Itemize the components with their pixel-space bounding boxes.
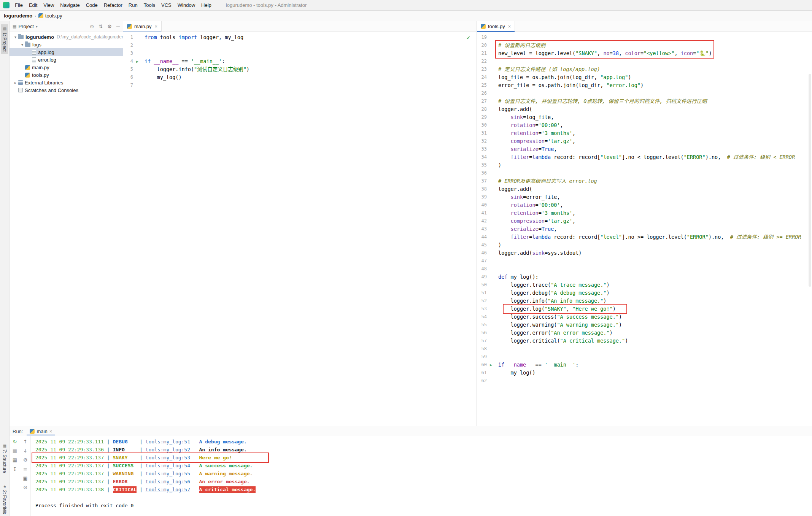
line-number[interactable]: 44	[477, 233, 487, 241]
code-line[interactable]: 52 logger.info("An info message.")	[477, 297, 812, 305]
line-number[interactable]: 26	[477, 89, 487, 97]
restore-layout-icon[interactable]: ▦	[13, 457, 17, 463]
line-number[interactable]: 24	[477, 73, 487, 81]
editor-tab-tools-py[interactable]: tools.py×	[477, 21, 515, 32]
line-number[interactable]: 6	[123, 73, 133, 81]
tool-windows-toggle-icon[interactable]: ▣	[0, 509, 9, 514]
line-number[interactable]: 21	[477, 49, 487, 57]
code-line[interactable]: 31 retention='3 months',	[477, 129, 812, 137]
line-number[interactable]: 37	[477, 177, 487, 185]
line-number[interactable]: 33	[477, 145, 487, 153]
console-link[interactable]: tools:my_log:57	[146, 487, 190, 492]
breadcrumb-item-logurudemo[interactable]: logurudemo	[4, 13, 32, 19]
code-line[interactable]: 35)	[477, 161, 812, 169]
code-line[interactable]: 62	[477, 377, 812, 385]
code-line[interactable]: 25error_file = os.path.join(log_dir, "er…	[477, 81, 812, 89]
console-output[interactable]: 2025-11-09 22:29:33.111 | DEBUG | tools:…	[31, 436, 812, 516]
code-line[interactable]: 4▶if __name__ == '__main__':	[123, 57, 477, 65]
editor-content-main-py[interactable]: 1from tools import logger, my_log234▶if …	[123, 32, 477, 426]
code-line[interactable]: 54 logger.success("A success message.")	[477, 313, 812, 321]
code-line[interactable]: 40 rotation='00:00',	[477, 201, 812, 209]
chevron-expanded-icon[interactable]: ▾	[13, 35, 18, 39]
tree-item-scratches-and-consoles[interactable]: Scratches and Consoles	[10, 86, 123, 94]
run-gutter-icon[interactable]: ▶	[487, 361, 495, 369]
editor-pane-main-py[interactable]: main.py× 1from tools import logger, my_l…	[123, 21, 477, 426]
line-number[interactable]: 52	[477, 297, 487, 305]
hide-panel-icon[interactable]: ─	[116, 24, 120, 29]
code-line[interactable]: 19	[477, 33, 812, 41]
tree-item-error-log[interactable]: error.log	[10, 56, 123, 64]
line-number[interactable]: 27	[477, 97, 487, 105]
code-line[interactable]: 32 compression='tar.gz',	[477, 137, 812, 145]
line-number[interactable]: 56	[477, 329, 487, 337]
print-icon[interactable]: ▣	[23, 475, 27, 481]
console-link[interactable]: tools:my_log:51	[146, 439, 190, 445]
menu-view[interactable]: View	[40, 0, 57, 10]
menu-help[interactable]: Help	[198, 0, 215, 10]
code-line[interactable]: 21new_level = logger.level("SNAKY", no=3…	[477, 49, 812, 57]
run-tab-main[interactable]: main ×	[27, 427, 55, 435]
line-number[interactable]: 47	[477, 257, 487, 265]
line-number[interactable]: 41	[477, 209, 487, 217]
line-number[interactable]: 7	[123, 81, 133, 89]
editor-content-tools-py[interactable]: 1920# 设置新的日志级别21new_level = logger.level…	[477, 32, 812, 426]
menu-navigate[interactable]: Navigate	[57, 0, 83, 10]
line-number[interactable]: 50	[477, 281, 487, 289]
code-line[interactable]: 43 serialize=True,	[477, 225, 812, 233]
menu-window[interactable]: Window	[175, 0, 198, 10]
chevron-expanded-icon[interactable]: ▾	[19, 43, 25, 47]
code-line[interactable]: 5 logger.info("测试自定义日志级别")	[123, 65, 477, 73]
console-link[interactable]: tools:my_log:52	[146, 447, 190, 452]
console-link[interactable]: tools:my_log:55	[146, 471, 190, 476]
code-line[interactable]: 24log_file = os.path.join(log_dir, "app.…	[477, 73, 812, 81]
pin-icon[interactable]: ↧	[13, 466, 17, 472]
tree-item-external-libraries[interactable]: ▸External Libraries	[10, 79, 123, 86]
line-number[interactable]: 36	[477, 169, 487, 177]
scroll-up-icon[interactable]: ↑	[23, 438, 27, 445]
code-line[interactable]: 47	[477, 257, 812, 265]
line-number[interactable]: 58	[477, 345, 487, 353]
close-tab-icon[interactable]: ×	[155, 24, 158, 29]
console-link[interactable]: tools:my_log:53	[146, 455, 190, 460]
line-number[interactable]: 19	[477, 33, 487, 41]
line-number[interactable]: 51	[477, 289, 487, 297]
line-number[interactable]: 46	[477, 249, 487, 257]
stop-icon[interactable]: ■	[13, 448, 17, 454]
line-number[interactable]: 30	[477, 121, 487, 129]
code-line[interactable]: 1from tools import logger, my_log	[123, 33, 477, 41]
line-number[interactable]: 35	[477, 161, 487, 169]
line-number[interactable]: 55	[477, 321, 487, 329]
line-number[interactable]: 54	[477, 313, 487, 321]
tree-item-logs[interactable]: ▾logs	[10, 41, 123, 48]
chevron-collapsed-icon[interactable]: ▸	[13, 81, 18, 85]
menu-refactor[interactable]: Refactor	[101, 0, 126, 10]
code-line[interactable]: 61 my_log()	[477, 369, 812, 377]
code-line[interactable]: 56 logger.error("An error message.")	[477, 329, 812, 337]
code-line[interactable]: 7	[123, 81, 477, 89]
line-number[interactable]: 28	[477, 105, 487, 113]
tree-item-main-py[interactable]: main.py	[10, 64, 123, 71]
code-line[interactable]: 50 logger.trace("A trace message.")	[477, 281, 812, 289]
close-tab-icon[interactable]: ×	[508, 24, 511, 29]
line-number[interactable]: 34	[477, 153, 487, 161]
breadcrumb-item-tools-py[interactable]: tools.py	[38, 13, 62, 19]
code-line[interactable]: 48	[477, 265, 812, 273]
code-line[interactable]: 60▶if __name__ == '__main__':	[477, 361, 812, 369]
tree-item-tools-py[interactable]: tools.py	[10, 71, 123, 79]
expand-collapse-icon[interactable]: ⇅	[99, 24, 103, 29]
tool-button-1-project[interactable]: ▤1: Project	[1, 24, 8, 54]
line-number[interactable]: 40	[477, 201, 487, 209]
run-gutter-icon[interactable]: ▶	[133, 57, 141, 65]
menu-run[interactable]: Run	[126, 0, 141, 10]
chevron-down-icon[interactable]: ▾	[36, 24, 38, 29]
console-link[interactable]: tools:my_log:54	[146, 463, 190, 468]
line-number[interactable]: 42	[477, 217, 487, 225]
editor-pane-tools-py[interactable]: tools.py× 1920# 设置新的日志级别21new_level = lo…	[477, 21, 812, 426]
line-number[interactable]: 1	[123, 33, 133, 41]
settings-icon[interactable]: ⚙	[23, 457, 28, 463]
line-number[interactable]: 57	[477, 337, 487, 345]
line-number[interactable]: 25	[477, 81, 487, 89]
code-line[interactable]: 46logger.add(sink=sys.stdout)	[477, 249, 812, 257]
console-link[interactable]: tools:my_log:56	[146, 479, 190, 484]
line-number[interactable]: 5	[123, 65, 133, 73]
